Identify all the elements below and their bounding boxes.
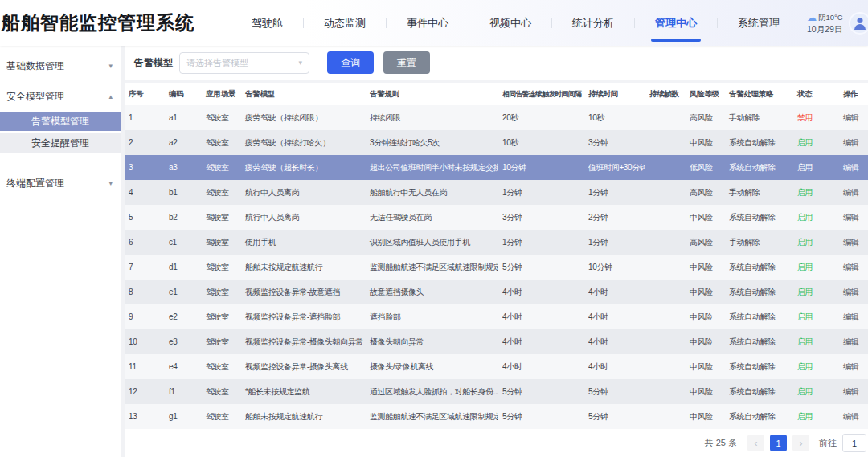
cell-action[interactable]: 编辑	[839, 404, 868, 429]
cell-rule: 故意遮挡摄像头	[366, 280, 498, 304]
cell-code: e1	[165, 280, 202, 304]
cell-seq: 7	[125, 255, 165, 280]
cell-interval: 5分钟	[498, 404, 584, 429]
cell-duration: 3分钟	[584, 130, 645, 155]
table-row[interactable]: 1a1驾驶室疲劳驾驶（持续闭眼）持续闭眼20秒10秒高风险手动解除禁用编辑	[125, 105, 868, 130]
col-action: 操作	[839, 83, 868, 105]
cell-rule: 无适任驾驶员在岗	[366, 205, 498, 230]
col-seq: 序号	[125, 83, 165, 105]
cell-strategy: 系统自动解除	[725, 280, 793, 304]
goto-page-input[interactable]	[842, 434, 866, 452]
search-button[interactable]: 查询	[327, 51, 374, 74]
sidebar-item-basic-data[interactable]: 基础数据管理 ▾	[0, 51, 121, 81]
table-row[interactable]: 12f1驾驶室*船长未按规定监航通过区域触发人脸抓拍，对船长身份...5分钟5分…	[125, 379, 868, 404]
table-row[interactable]: 9e2驾驶室视频监控设备异常-遮挡脸部遮挡脸部4小时4小时中风险系统自动解除启用…	[125, 304, 868, 329]
cell-strategy: 系统自动解除	[725, 379, 793, 404]
nav-item-video-center[interactable]: 视频中心	[469, 0, 551, 46]
cell-strategy: 系统自动解除	[725, 155, 793, 180]
reset-button[interactable]: 重置	[383, 51, 430, 74]
cell-action[interactable]: 编辑	[839, 180, 868, 205]
col-rule: 告警规则	[366, 83, 498, 105]
next-page-button[interactable]: ›	[792, 435, 809, 451]
sidebar-item-terminal-config[interactable]: 终端配置管理 ▾	[0, 168, 121, 198]
cell-status: 启用	[793, 304, 839, 329]
cell-action[interactable]: 编辑	[839, 280, 868, 304]
cell-action[interactable]: 编辑	[839, 304, 868, 329]
cell-scene: 驾驶室	[202, 105, 241, 130]
cell-interval: 5分钟	[498, 379, 584, 404]
cell-action[interactable]: 编辑	[839, 205, 868, 230]
table-row[interactable]: 8e1驾驶室视频监控设备异常-故意遮挡故意遮挡摄像头4小时4小时中风险系统自动解…	[125, 280, 868, 304]
chevron-down-icon: ▾	[298, 59, 302, 67]
cell-seq: 5	[125, 205, 165, 230]
cell-scene: 驾驶室	[202, 329, 241, 354]
cell-action[interactable]: 编辑	[839, 130, 868, 155]
table-row[interactable]: 10e3驾驶室视频监控设备异常-摄像头朝向异常摄像头朝向异常4小时4小时中风险系…	[125, 329, 868, 354]
cell-action[interactable]: 编辑	[839, 230, 868, 255]
cell-action[interactable]: 编辑	[839, 155, 868, 180]
table-row[interactable]: 6c1驾驶室使用手机识别区域内值班人员使用手机1分钟1分钟高风险手动解除启用编辑	[125, 230, 868, 255]
alarm-model-select[interactable]: 请选择告警模型 ▾	[179, 52, 309, 74]
cell-action[interactable]: 编辑	[839, 329, 868, 354]
nav-item-dynamic-monitor[interactable]: 动态监测	[304, 0, 386, 46]
cell-scene: 驾驶室	[202, 155, 241, 180]
table-row[interactable]: 5b2驾驶室航行中人员离岗无适任驾驶员在岗3分钟2分钟中风险系统自动解除启用编辑	[125, 205, 868, 230]
cell-seq: 10	[125, 329, 165, 354]
cell-code: c1	[165, 230, 202, 255]
prev-page-button[interactable]: ‹	[747, 435, 764, 451]
cell-model: *船长未按规定监航	[241, 379, 366, 404]
weather-widget: ☁ 阴10°C 10月29日	[807, 11, 843, 34]
cell-frames	[645, 329, 686, 354]
cell-risk: 中风险	[686, 329, 725, 354]
cell-rule: 通过区域触发人脸抓拍，对船长身份...	[366, 379, 498, 404]
cell-action[interactable]: 编辑	[839, 105, 868, 130]
table-row[interactable]: 4b1驾驶室航行中人员离岗船舶航行中无人员在岗1分钟1分钟高风险手动解除启用编辑	[125, 180, 868, 205]
chevron-down-icon: ▾	[108, 62, 113, 70]
cell-frames	[645, 205, 686, 230]
sidebar-item-safety-reminder-management[interactable]: 安全提醒管理	[0, 133, 121, 153]
nav-item-management-center[interactable]: 管理中心	[635, 0, 717, 46]
cell-rule: 超出公司值班时间半小时未按规定交接	[366, 155, 498, 180]
nav-item-cockpit[interactable]: 驾驶舱	[231, 0, 303, 46]
table-row[interactable]: 3a3驾驶室疲劳驾驶（超长时长）超出公司值班时间半小时未按规定交接10分钟值班时…	[125, 155, 868, 180]
cell-seq: 9	[125, 304, 165, 329]
cell-action[interactable]: 编辑	[839, 354, 868, 379]
cell-status: 启用	[793, 379, 839, 404]
cell-status: 启用	[793, 230, 839, 255]
nav-item-event-center[interactable]: 事件中心	[387, 0, 469, 46]
table-row[interactable]: 11e4驾驶室视频监控设备异常-摄像头离线摄像头/录像机离线4小时4小时中风险系…	[125, 354, 868, 379]
sidebar-spacer	[0, 155, 121, 168]
table-header: 序号 编码 应用场景 告警模型 告警规则 相同告警连续触发时间间隔 持续时间 持…	[125, 83, 868, 105]
cell-model: 航行中人员离岗	[241, 205, 366, 230]
page-number-button[interactable]: 1	[770, 435, 787, 451]
table-row[interactable]: 7d1驾驶室船舶未按规定航速航行监测船舶航速不满足区域航速限制规定5分钟10分钟…	[125, 255, 868, 280]
cell-strategy: 系统自动解除	[725, 130, 793, 155]
filter-label: 告警模型	[134, 56, 173, 70]
chevron-down-icon: ▾	[108, 179, 113, 187]
cell-duration: 4小时	[584, 304, 645, 329]
cell-duration: 4小时	[584, 280, 645, 304]
cell-frames	[645, 130, 686, 155]
col-code: 编码	[165, 83, 202, 105]
cell-risk: 中风险	[686, 404, 725, 429]
cell-duration: 4小时	[584, 329, 645, 354]
cell-action[interactable]: 编辑	[839, 255, 868, 280]
select-placeholder: 请选择告警模型	[186, 57, 248, 69]
cell-status: 启用	[793, 404, 839, 429]
table-row[interactable]: 2a2驾驶室疲劳驾驶（持续打哈欠）3分钟连续打哈欠5次10秒3分钟中风险系统自动…	[125, 130, 868, 155]
cell-scene: 驾驶室	[202, 205, 241, 230]
nav-item-statistics[interactable]: 统计分析	[552, 0, 634, 46]
cell-action[interactable]: 编辑	[839, 379, 868, 404]
cell-model: 视频监控设备异常-故意遮挡	[241, 280, 366, 304]
chevron-up-icon: ▴	[108, 92, 113, 100]
sidebar-item-security-model[interactable]: 安全模型管理 ▴	[0, 81, 121, 112]
cell-risk: 中风险	[686, 255, 725, 280]
cell-seq: 8	[125, 280, 165, 304]
sidebar-item-alarm-model-management[interactable]: 告警模型管理	[0, 112, 121, 131]
user-avatar-icon[interactable]	[849, 12, 868, 35]
cell-status: 启用	[793, 130, 839, 155]
alarm-model-table: 序号 编码 应用场景 告警模型 告警规则 相同告警连续触发时间间隔 持续时间 持…	[125, 83, 868, 429]
table-row[interactable]: 13g1驾驶室船舶未按规定航速航行监测船舶航速不满足区域航速限制规定5分钟5分钟…	[125, 404, 868, 429]
nav-item-system-management[interactable]: 系统管理	[718, 0, 800, 46]
cell-seq: 1	[125, 105, 165, 130]
